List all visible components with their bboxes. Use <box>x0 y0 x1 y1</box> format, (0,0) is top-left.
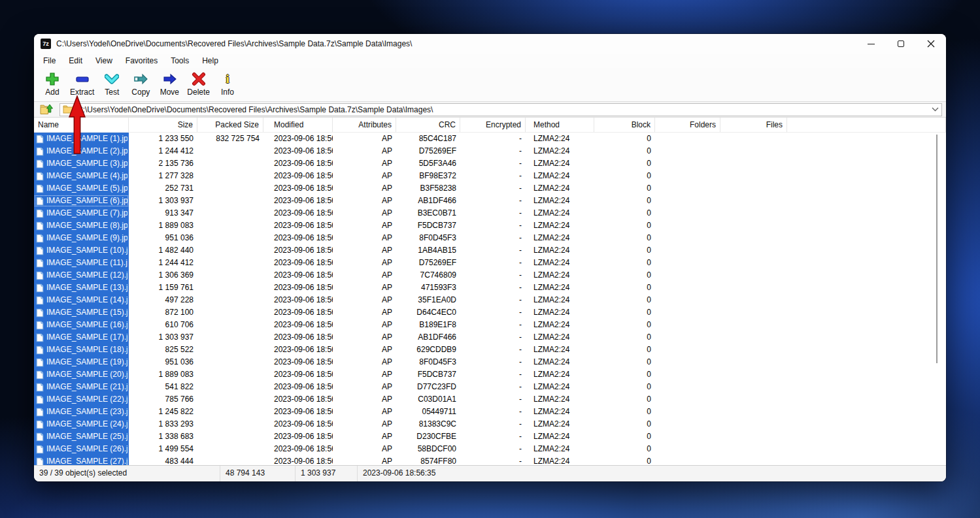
menubar: File Edit View Favorites Tools Help <box>34 54 946 68</box>
file-icon <box>36 259 44 268</box>
test-button[interactable]: Test <box>97 71 126 97</box>
column-header-modified[interactable]: Modified <box>263 118 333 132</box>
file-name-cell: IMAGE_SAMPLE (4).jpg <box>34 170 129 182</box>
7zip-window: 7z C:\Users\Yodel\OneDrive\Documents\Rec… <box>34 34 946 481</box>
maximize-button[interactable] <box>886 34 916 54</box>
table-row[interactable]: IMAGE_SAMPLE (25).jpg 1 338 683 2023-09-… <box>34 430 946 443</box>
table-row[interactable]: IMAGE_SAMPLE (8).jpg 1 889 083 2023-09-0… <box>34 219 946 232</box>
extract-button[interactable]: Extract <box>67 71 97 97</box>
column-header-block[interactable]: Block <box>594 118 655 132</box>
table-row[interactable]: IMAGE_SAMPLE (20).jpg 1 889 083 2023-09-… <box>34 368 946 381</box>
file-icon <box>36 147 44 156</box>
file-icon <box>36 209 44 218</box>
window-controls <box>856 34 946 54</box>
table-row[interactable]: IMAGE_SAMPLE (3).jpg 2 135 736 2023-09-0… <box>34 157 946 170</box>
table-row[interactable]: IMAGE_SAMPLE (11).jpg 1 244 412 2023-09-… <box>34 257 946 269</box>
close-button[interactable] <box>916 34 946 54</box>
table-row[interactable]: IMAGE_SAMPLE (15).jpg 872 100 2023-09-06… <box>34 306 946 319</box>
table-row[interactable]: IMAGE_SAMPLE (23).jpg 1 245 822 2023-09-… <box>34 406 946 418</box>
status-modified: 2023-09-06 18:56:35 <box>358 466 946 481</box>
menu-edit[interactable]: Edit <box>62 54 89 68</box>
column-header-encrypted[interactable]: Encrypted <box>460 118 526 132</box>
info-button[interactable]: i Info <box>213 71 242 97</box>
move-button[interactable]: Move <box>155 71 184 97</box>
file-icon <box>36 321 44 330</box>
desktop: { "window": { "app_icon_label": "7z", "t… <box>0 0 980 518</box>
file-name-cell: IMAGE_SAMPLE (10).jpg <box>34 244 129 257</box>
file-icon <box>36 370 44 380</box>
file-icon <box>36 432 44 442</box>
column-header-packed-size[interactable]: Packed Size <box>197 118 263 132</box>
table-row[interactable]: IMAGE_SAMPLE (10).jpg 1 482 440 2023-09-… <box>34 244 946 257</box>
file-icon <box>36 172 44 181</box>
column-header-row: Name Size Packed Size Modified Attribute… <box>34 118 946 133</box>
table-row[interactable]: IMAGE_SAMPLE (16).jpg 610 706 2023-09-06… <box>34 319 946 331</box>
file-name-cell: IMAGE_SAMPLE (21).jpg <box>34 381 129 393</box>
table-row[interactable]: IMAGE_SAMPLE (5).jpg 252 731 2023-09-06 … <box>34 182 946 195</box>
file-name-cell: IMAGE_SAMPLE (24).jpg <box>34 418 129 430</box>
file-icon <box>36 457 44 466</box>
close-icon <box>927 40 935 48</box>
menu-favorites[interactable]: Favorites <box>119 54 164 68</box>
table-row[interactable]: IMAGE_SAMPLE (7).jpg 913 347 2023-09-06 … <box>34 207 946 219</box>
menu-file[interactable]: File <box>37 54 62 68</box>
delete-icon <box>192 71 206 87</box>
column-header-name[interactable]: Name <box>34 118 129 132</box>
up-one-level-button[interactable] <box>37 103 56 116</box>
column-header-method[interactable]: Method <box>526 118 594 132</box>
table-row[interactable]: IMAGE_SAMPLE (17).jpg 1 303 937 2023-09-… <box>34 331 946 344</box>
menu-tools[interactable]: Tools <box>164 54 195 68</box>
file-icon <box>36 296 44 305</box>
file-icon <box>36 184 44 193</box>
file-icon <box>36 445 44 454</box>
address-bar: C:\Users\Yodel\OneDrive\Documents\Recove… <box>34 102 946 118</box>
column-header-folders[interactable]: Folders <box>655 118 720 132</box>
table-row[interactable]: IMAGE_SAMPLE (12).jpg 1 306 369 2023-09-… <box>34 269 946 282</box>
status-focused-size: 1 303 937 <box>296 466 358 481</box>
table-row[interactable]: IMAGE_SAMPLE (26).jpg 1 499 554 2023-09-… <box>34 443 946 455</box>
copy-button[interactable]: Copy <box>126 71 155 97</box>
table-row[interactable]: IMAGE_SAMPLE (2).jpg 1 244 412 2023-09-0… <box>34 145 946 157</box>
file-name-cell: IMAGE_SAMPLE (2).jpg <box>34 145 129 157</box>
file-name-cell: IMAGE_SAMPLE (7).jpg <box>34 207 129 219</box>
table-row[interactable]: IMAGE_SAMPLE (13).jpg 1 159 761 2023-09-… <box>34 282 946 294</box>
column-header-attributes[interactable]: Attributes <box>333 118 396 132</box>
vertical-scrollbar[interactable] <box>936 135 938 363</box>
minimize-icon <box>868 44 875 44</box>
table-row[interactable]: IMAGE_SAMPLE (14).jpg 497 228 2023-09-06… <box>34 294 946 306</box>
table-row[interactable]: IMAGE_SAMPLE (4).jpg 1 277 328 2023-09-0… <box>34 170 946 182</box>
file-icon <box>36 408 44 417</box>
table-row[interactable]: IMAGE_SAMPLE (22).jpg 785 766 2023-09-06… <box>34 393 946 406</box>
file-icon <box>36 346 44 355</box>
file-icon <box>36 358 44 367</box>
column-header-files[interactable]: Files <box>720 118 787 132</box>
file-list: IMAGE_SAMPLE (1).jpg 1 233 550 832 725 7… <box>34 133 946 465</box>
file-icon <box>36 221 44 231</box>
file-table: Name Size Packed Size Modified Attribute… <box>34 118 946 465</box>
address-combobox[interactable]: C:\Users\Yodel\OneDrive\Documents\Recove… <box>59 103 942 116</box>
file-icon <box>36 246 44 255</box>
file-name-cell: IMAGE_SAMPLE (25).jpg <box>34 430 129 443</box>
menu-help[interactable]: Help <box>195 54 225 68</box>
column-header-filler <box>787 118 946 132</box>
file-icon <box>36 159 44 169</box>
copy-icon <box>133 71 148 87</box>
add-icon <box>45 71 59 87</box>
table-row[interactable]: IMAGE_SAMPLE (1).jpg 1 233 550 832 725 7… <box>34 133 946 145</box>
menu-view[interactable]: View <box>89 54 119 68</box>
column-header-crc[interactable]: CRC <box>396 118 460 132</box>
table-row[interactable]: IMAGE_SAMPLE (6).jpg 1 303 937 2023-09-0… <box>34 195 946 207</box>
file-name-cell: IMAGE_SAMPLE (15).jpg <box>34 306 129 319</box>
table-row[interactable]: IMAGE_SAMPLE (19).jpg 951 036 2023-09-06… <box>34 356 946 368</box>
chevron-down-icon[interactable] <box>932 107 939 112</box>
table-row[interactable]: IMAGE_SAMPLE (21).jpg 541 822 2023-09-06… <box>34 381 946 393</box>
table-row[interactable]: IMAGE_SAMPLE (18).jpg 825 522 2023-09-06… <box>34 344 946 356</box>
table-row[interactable]: IMAGE_SAMPLE (9).jpg 951 036 2023-09-06 … <box>34 232 946 244</box>
table-row[interactable]: IMAGE_SAMPLE (24).jpg 1 833 293 2023-09-… <box>34 418 946 430</box>
delete-button[interactable]: Delete <box>184 71 213 97</box>
add-button[interactable]: Add <box>38 71 67 97</box>
file-name-cell: IMAGE_SAMPLE (1).jpg <box>34 133 129 145</box>
minimize-button[interactable] <box>856 34 886 54</box>
column-header-size[interactable]: Size <box>129 118 197 132</box>
table-row[interactable]: IMAGE_SAMPLE (27).jpg 483 444 2023-09-06… <box>34 455 946 465</box>
